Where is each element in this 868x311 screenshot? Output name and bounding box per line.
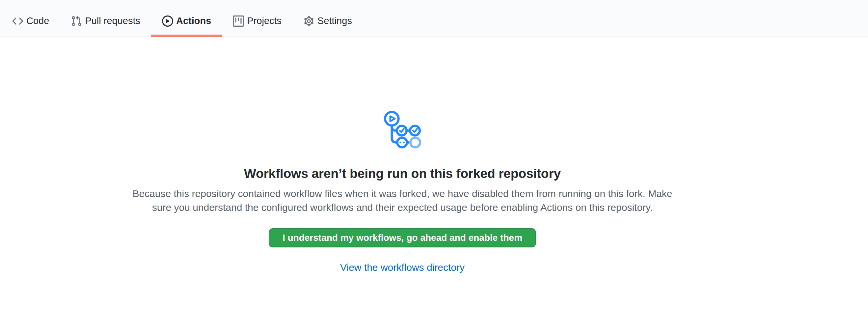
tab-label: Pull requests <box>85 15 140 26</box>
tab-label: Actions <box>176 15 211 26</box>
repo-tab-nav: Code Pull requests Actions Projects <box>0 0 868 37</box>
tab-actions[interactable]: Actions <box>151 0 222 37</box>
view-workflows-directory-link[interactable]: View the workflows directory <box>340 262 465 273</box>
tab-projects[interactable]: Projects <box>222 0 292 37</box>
project-icon <box>233 15 244 27</box>
workflow-icon <box>0 111 805 150</box>
play-icon <box>162 15 173 27</box>
enable-workflows-button[interactable]: I understand my workflows, go ahead and … <box>269 228 536 247</box>
actions-disabled-blankslate: Workflows aren’t being run on this forke… <box>0 111 805 273</box>
tab-pull-requests[interactable]: Pull requests <box>60 0 151 37</box>
blankslate-title: Workflows aren’t being run on this forke… <box>0 166 805 181</box>
code-icon <box>12 15 23 27</box>
tab-label: Code <box>26 15 49 26</box>
tab-code[interactable]: Code <box>1 0 60 37</box>
pull-request-icon <box>71 15 82 27</box>
tab-label: Settings <box>317 15 352 26</box>
blankslate-description: Because this repository contained workfl… <box>123 187 682 215</box>
gear-icon <box>303 15 314 27</box>
tab-label: Projects <box>247 15 282 26</box>
tab-settings[interactable]: Settings <box>292 0 363 37</box>
